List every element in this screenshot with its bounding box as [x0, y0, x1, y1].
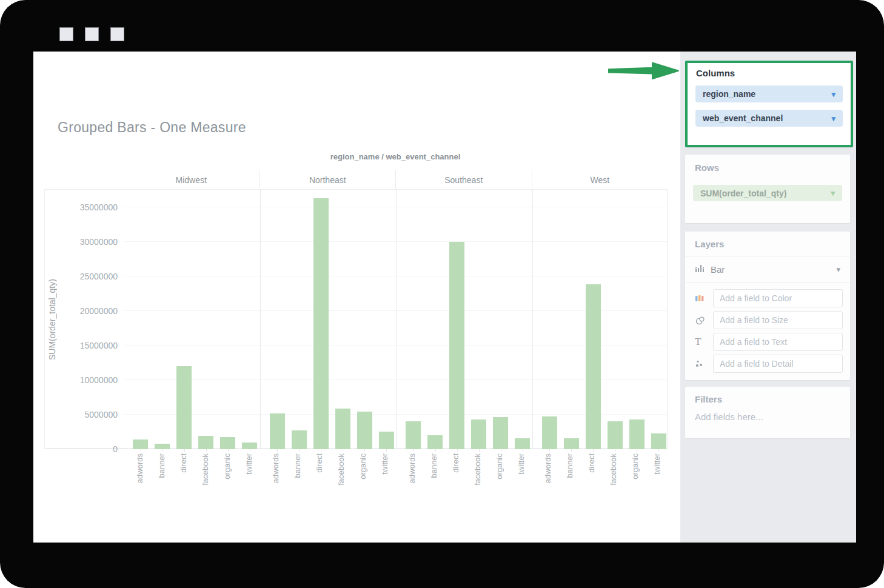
plot-region	[124, 190, 668, 449]
bar-midwest-banner[interactable]	[155, 444, 170, 449]
bar-west-twitter[interactable]	[651, 433, 666, 449]
x-tick-label: twitter	[244, 453, 254, 475]
x-tick-mark	[228, 449, 229, 452]
x-tick-label: direct	[315, 453, 324, 473]
bar-northeast-adwords[interactable]	[270, 413, 285, 449]
bar-northeast-facebook[interactable]	[335, 409, 350, 449]
window-control-icon[interactable]	[85, 27, 99, 41]
facet-midwest	[124, 190, 260, 449]
y-axis: SUM(order_total_qty) 0500000010000000150…	[45, 190, 124, 449]
facet-northeast	[260, 190, 397, 449]
bar-northeast-banner[interactable]	[292, 430, 307, 449]
columns-panel: Columns region_name ▾ web_event_channel …	[685, 61, 853, 147]
color-slot-row	[695, 289, 843, 307]
x-tick-mark	[414, 449, 414, 452]
x-tick-mark	[501, 449, 501, 452]
facet-west	[532, 190, 669, 449]
text-field-input[interactable]	[713, 333, 843, 351]
x-tick-mark	[299, 449, 300, 452]
x-tick-label: facebook	[609, 453, 618, 486]
bar-midwest-direct[interactable]	[176, 366, 192, 449]
x-tick-mark	[615, 449, 615, 452]
x-tick-label: twitter	[517, 453, 526, 475]
facet-header-west: West	[532, 170, 668, 189]
field-pill-label: SUM(order_total_qty)	[700, 189, 786, 198]
x-tick-mark	[523, 449, 523, 452]
bar-west-direct[interactable]	[586, 284, 601, 449]
x-tick-label: adwords	[135, 453, 145, 483]
filters-panel-title: Filters	[695, 394, 840, 404]
size-slot-row	[695, 311, 843, 329]
bar-southeast-facebook[interactable]	[471, 419, 486, 449]
chevron-down-icon[interactable]: ▾	[836, 265, 840, 274]
y-axis-label: SUM(order_total_qty)	[47, 190, 57, 449]
x-tick-label: banner	[429, 453, 439, 478]
x-tick-mark	[658, 449, 659, 452]
right-arrow-icon	[608, 61, 680, 81]
detail-dots-icon	[695, 359, 708, 369]
field-pill-label: region_name	[703, 89, 755, 99]
field-pill-region-name[interactable]: region_name ▾	[695, 85, 843, 102]
y-tick-label: 30000000	[63, 237, 118, 247]
chevron-down-icon[interactable]: ▾	[831, 90, 835, 98]
color-field-input[interactable]	[713, 289, 843, 307]
x-tick-label: banner	[293, 453, 303, 478]
bar-midwest-organic[interactable]	[220, 437, 235, 449]
field-pill-label: web_event_channel	[703, 113, 783, 123]
x-tick-label: adwords	[271, 453, 281, 483]
x-tick-mark	[206, 449, 207, 452]
x-tick-label: banner	[157, 453, 167, 478]
bar-northeast-direct[interactable]	[313, 198, 329, 449]
layers-panel-title: Layers	[695, 239, 724, 249]
size-circles-icon	[695, 315, 708, 326]
x-tick-mark	[435, 449, 436, 452]
x-tick-label: facebook	[337, 453, 346, 486]
bar-midwest-twitter[interactable]	[242, 443, 257, 449]
field-pill-sum-order-total-qty[interactable]: SUM(order_total_qty) ▾	[693, 185, 842, 201]
bar-southeast-banner[interactable]	[427, 435, 443, 449]
chart-box: SUM(order_total_qty) 0500000010000000150…	[44, 189, 668, 449]
bar-west-banner[interactable]	[564, 438, 579, 449]
x-tick-mark	[637, 449, 637, 452]
size-field-input[interactable]	[713, 311, 843, 329]
x-tick-label: twitter	[380, 453, 390, 475]
chevron-down-icon[interactable]: ▾	[831, 115, 835, 122]
bar-northeast-organic[interactable]	[357, 412, 372, 449]
field-pill-web-event-channel[interactable]: web_event_channel ▾	[695, 110, 843, 127]
filters-placeholder[interactable]: Add fields here...	[695, 412, 840, 422]
layer-label: Bar	[711, 264, 836, 275]
x-tick-label: organic	[358, 453, 368, 479]
window-control-icon[interactable]	[110, 27, 124, 41]
chart-area: Grouped Bars - One Measure region_name /…	[33, 52, 680, 543]
facet-header-northeast: Northeast	[260, 170, 396, 189]
y-tick-label: 0	[63, 444, 118, 454]
detail-field-input[interactable]	[713, 355, 843, 373]
x-tick-label: facebook	[473, 453, 483, 486]
layers-panel: Layers Bar ▾	[685, 232, 850, 380]
window-control-icon[interactable]	[59, 27, 73, 41]
bar-southeast-organic[interactable]	[493, 417, 508, 449]
facet-axis-title: region_name / web_event_channel	[123, 152, 668, 161]
columns-panel-title: Columns	[696, 68, 851, 78]
x-tick-mark	[364, 449, 365, 452]
bar-northeast-twitter[interactable]	[379, 432, 394, 449]
filters-panel: Filters Add fields here...	[685, 387, 850, 438]
bar-southeast-adwords[interactable]	[406, 421, 421, 449]
facet-header-southeast: Southeast	[395, 170, 532, 189]
bar-west-adwords[interactable]	[542, 416, 557, 449]
color-bars-icon	[695, 293, 708, 303]
y-tick-label: 25000000	[63, 272, 118, 281]
chevron-down-icon[interactable]: ▾	[831, 189, 835, 197]
bar-southeast-direct[interactable]	[449, 242, 464, 449]
facet-headers: MidwestNortheastSoutheastWest	[123, 170, 668, 189]
bar-midwest-adwords[interactable]	[133, 439, 148, 449]
layer-row-bar[interactable]: Bar ▾	[685, 256, 850, 283]
bar-west-facebook[interactable]	[608, 421, 623, 449]
x-tick-mark	[593, 449, 594, 452]
bar-southeast-twitter[interactable]	[515, 438, 530, 449]
bar-west-organic[interactable]	[629, 419, 645, 449]
x-tick-mark	[549, 449, 550, 452]
bar-midwest-facebook[interactable]	[198, 436, 213, 449]
x-tick-label: facebook	[201, 453, 210, 486]
x-tick-label: adwords	[543, 453, 553, 483]
